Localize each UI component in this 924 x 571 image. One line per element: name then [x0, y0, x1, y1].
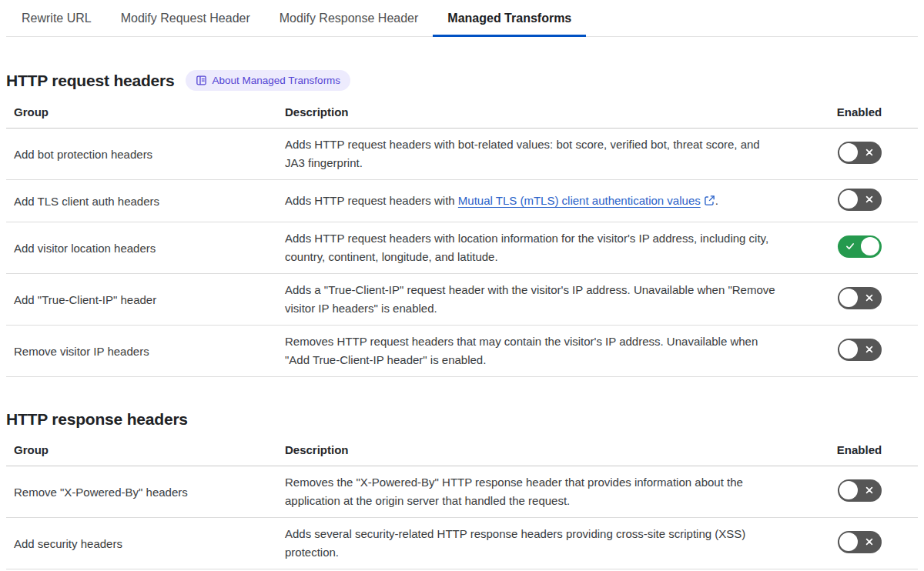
group-cell: Add bot protection headers [6, 148, 285, 161]
group-cell: Add TLS client auth headers [6, 195, 285, 208]
column-header-description: Description [285, 443, 801, 456]
enabled-cell [801, 479, 918, 505]
book-icon [196, 75, 207, 86]
toggle-knob [839, 340, 858, 359]
enabled-cell [801, 339, 918, 364]
about-managed-transforms-badge[interactable]: About Managed Transforms [186, 70, 351, 91]
description-cell: Adds HTTP request headers with location … [285, 229, 801, 266]
group-cell: Add "True-Client-IP" header [6, 293, 285, 306]
toggle-remove-visitor-ip-headers[interactable] [838, 339, 882, 361]
x-icon [864, 344, 875, 357]
x-icon [864, 485, 875, 498]
request-headers-table: Group Description Enabled Add bot protec… [6, 99, 918, 377]
group-cell: Remove "X-Powered-By" headers [6, 486, 285, 499]
toggle-add-security-headers[interactable] [838, 531, 882, 553]
enabled-cell [801, 142, 918, 167]
description-cell: Removes the "X-Powered-By" HTTP response… [285, 473, 801, 510]
table-row: Add bot protection headersAdds HTTP requ… [6, 129, 918, 180]
external-link-icon [701, 194, 715, 207]
description-cell: Adds HTTP request headers with bot-relat… [285, 135, 801, 172]
column-header-group: Group [6, 443, 285, 456]
table-header-row: Group Description Enabled [6, 99, 918, 129]
mutual-tls-mtls-client-authentication-values-link[interactable]: Mutual TLS (mTLS) client authentication … [458, 194, 715, 207]
column-header-description: Description [285, 105, 801, 119]
table-header-row: Group Description Enabled [6, 436, 918, 466]
managed-transforms-page: HTTP request headers About Managed Trans… [6, 70, 918, 569]
tab-managed-transforms[interactable]: Managed Transforms [433, 0, 586, 36]
tab-modify-request-header[interactable]: Modify Request Header [106, 0, 265, 36]
enabled-cell [801, 531, 918, 556]
x-icon [864, 536, 875, 549]
toggle-knob [839, 533, 858, 551]
toggle-knob [839, 289, 858, 307]
response-section-title: HTTP response headers [6, 410, 188, 429]
column-header-enabled: Enabled [801, 443, 918, 456]
section-http-response-headers: HTTP response headers Group Description … [6, 410, 918, 569]
group-cell: Add visitor location headers [6, 242, 285, 255]
table-row: Remove visitor IP headersRemoves HTTP re… [6, 326, 918, 377]
description-cell: Adds a "True-Client-IP" request header w… [285, 281, 801, 318]
toggle-knob [839, 190, 858, 209]
enabled-cell [801, 189, 918, 214]
table-row: Add visitor location headersAdds HTTP re… [6, 222, 918, 274]
check-icon [845, 241, 855, 254]
x-icon [864, 194, 875, 207]
enabled-cell [801, 235, 918, 261]
request-section-head: HTTP request headers About Managed Trans… [6, 70, 918, 91]
description-cell: Removes HTTP request headers that may co… [285, 332, 801, 369]
toggle-add-visitor-location-headers[interactable] [838, 235, 882, 258]
description-cell: Adds HTTP request headers with Mutual TL… [285, 192, 801, 210]
tab-bar: Rewrite URLModify Request HeaderModify R… [6, 0, 918, 37]
toggle-knob [839, 143, 858, 162]
toggle-add-tls-client-auth-headers[interactable] [838, 189, 882, 211]
response-headers-table: Group Description Enabled Remove "X-Powe… [6, 436, 918, 569]
toggle-knob [839, 481, 858, 499]
table-row: Add security headersAdds several securit… [6, 518, 918, 569]
tab-modify-response-header[interactable]: Modify Response Header [265, 0, 434, 36]
badge-label: About Managed Transforms [213, 75, 341, 86]
toggle-add-true-client-ip-header[interactable] [838, 287, 882, 309]
table-row: Remove "X-Powered-By" headersRemoves the… [6, 466, 918, 518]
description-cell: Adds several security-related HTTP respo… [285, 525, 801, 562]
toggle-knob [861, 237, 879, 255]
table-row: Add TLS client auth headersAdds HTTP req… [6, 180, 918, 222]
toggle-add-bot-protection-headers[interactable] [838, 142, 882, 164]
table-row: Add "True-Client-IP" headerAdds a "True-… [6, 274, 918, 326]
request-section-title: HTTP request headers [6, 72, 175, 90]
column-header-group: Group [6, 105, 285, 119]
group-cell: Add security headers [6, 537, 285, 550]
column-header-enabled: Enabled [801, 105, 918, 119]
tab-rewrite-url[interactable]: Rewrite URL [7, 0, 106, 36]
x-icon [864, 292, 875, 306]
enabled-cell [801, 287, 918, 312]
x-icon [864, 147, 875, 160]
response-section-head: HTTP response headers [6, 410, 918, 429]
section-http-request-headers: HTTP request headers About Managed Trans… [6, 70, 918, 377]
group-cell: Remove visitor IP headers [6, 345, 285, 358]
toggle-remove-x-powered-by-headers[interactable] [838, 479, 882, 502]
